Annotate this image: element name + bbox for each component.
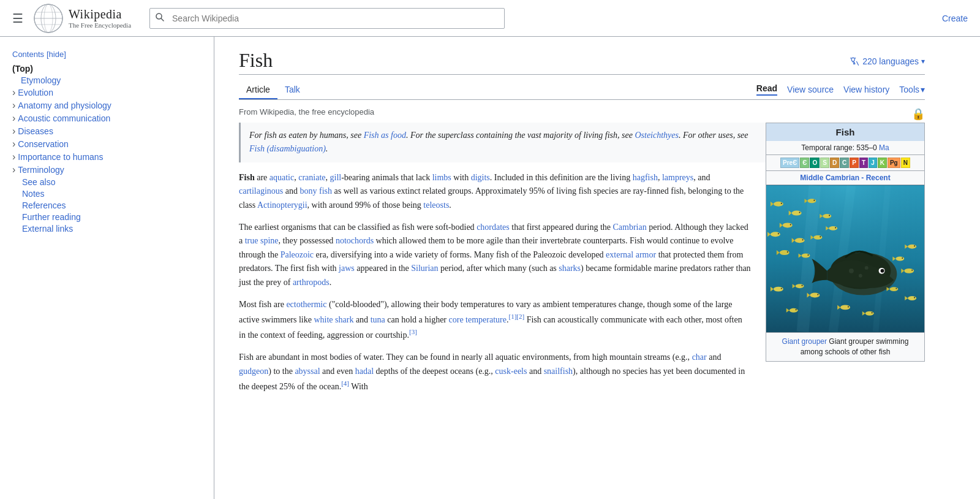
tab-talk[interactable]: Talk <box>277 80 307 99</box>
toc-item-references[interactable]: References <box>12 200 204 210</box>
svg-point-49 <box>780 250 790 255</box>
toc-item-external[interactable]: External links <box>12 224 204 234</box>
tools-dropdown[interactable]: Tools ▾ <box>899 85 925 94</box>
abyssal-link[interactable]: abyssal <box>295 367 320 376</box>
cambrian-link[interactable]: Cambrian <box>613 223 647 232</box>
svg-point-82 <box>840 305 850 310</box>
toc-item-anatomy[interactable]: Anatomy and physiology <box>12 100 204 111</box>
sharks-link[interactable]: sharks <box>559 264 581 273</box>
geo-period-PreЄ[interactable]: PreЄ <box>780 158 799 168</box>
geo-period-Pg[interactable]: Pg <box>888 158 900 168</box>
svg-point-78 <box>914 297 915 299</box>
snailfish-link[interactable]: snailfish <box>544 367 573 376</box>
grouper-link[interactable]: Giant grouper <box>782 337 827 346</box>
arthropods-link[interactable]: arthropods <box>293 278 330 287</box>
limbs-link[interactable]: limbs <box>432 173 451 182</box>
tab-viewsource[interactable]: View source <box>787 85 834 94</box>
jaws-link[interactable]: jaws <box>339 264 355 273</box>
fish-disambiguation-link[interactable]: Fish (disambiguation) <box>249 144 326 153</box>
toc-item-evolution[interactable]: Evolution <box>12 87 204 98</box>
char-link[interactable]: char <box>692 352 707 362</box>
ma-link[interactable]: Ma <box>879 143 889 152</box>
toc-item-conservation[interactable]: Conservation <box>12 139 204 150</box>
core-temperature-link[interactable]: core temperature <box>449 315 507 324</box>
digits-link[interactable]: digits <box>471 173 490 182</box>
svg-point-69 <box>802 285 803 286</box>
geo-period-P[interactable]: P <box>850 158 859 168</box>
geo-period-D[interactable]: D <box>830 158 839 168</box>
bony-fish-link[interactable]: bony fish <box>300 186 333 196</box>
svg-point-72 <box>817 294 818 295</box>
svg-point-57 <box>902 257 903 259</box>
toc-item-notes[interactable]: Notes <box>12 189 204 199</box>
true-spine-link[interactable]: true spine <box>245 236 279 245</box>
infobox-image <box>766 185 924 332</box>
toc-item-seealso[interactable]: See also <box>12 177 204 187</box>
translate-icon <box>849 56 860 67</box>
notochords-link[interactable]: notochords <box>336 236 374 245</box>
chordates-link[interactable]: chordates <box>477 223 510 232</box>
svg-point-34 <box>823 214 831 218</box>
ref-1[interactable]: [1] <box>508 313 516 320</box>
silurian-link[interactable]: Silurian <box>411 264 438 273</box>
geo-timeline: PreЄЄOSDCPTJKPgN <box>766 155 924 171</box>
ref-2[interactable]: [2] <box>516 313 524 320</box>
svg-point-61 <box>904 269 914 273</box>
paleozoic-link[interactable]: Paleozoic <box>281 250 314 259</box>
tab-read[interactable]: Read <box>756 83 777 96</box>
toc-item-acoustic[interactable]: Acoustic communication <box>12 113 204 124</box>
geo-period-J[interactable]: J <box>869 158 877 168</box>
aquatic-link[interactable]: aquatic <box>270 173 294 182</box>
geo-period-T[interactable]: T <box>859 158 868 168</box>
tuna-link[interactable]: tuna <box>371 315 385 324</box>
svg-point-22 <box>774 202 783 207</box>
create-account-link[interactable]: Create <box>942 13 968 23</box>
toc-item-terminology[interactable]: Terminology <box>12 164 204 175</box>
svg-point-33 <box>813 200 815 201</box>
geo-period-O[interactable]: O <box>810 158 820 168</box>
toc-hide-link[interactable]: [hide] <box>47 50 66 59</box>
white-shark-link[interactable]: white shark <box>314 315 353 324</box>
geo-period-N[interactable]: N <box>901 158 910 168</box>
lampreys-link[interactable]: lampreys <box>662 173 693 182</box>
tab-viewhistory[interactable]: View history <box>843 85 889 94</box>
ref-3[interactable]: [3] <box>409 328 417 335</box>
ref-4[interactable]: [4] <box>341 379 349 387</box>
svg-point-51 <box>787 251 788 253</box>
actinopterygii-link[interactable]: Actinopterygii <box>257 200 307 210</box>
geo-period-Є[interactable]: Є <box>800 158 809 168</box>
external-armor-link[interactable]: external armor <box>606 250 656 259</box>
cartilaginous-link[interactable]: cartilaginous <box>239 186 283 196</box>
toc-item-etymology[interactable]: Etymology <box>12 75 204 85</box>
geo-period-S[interactable]: S <box>820 158 829 168</box>
toc-item-importance[interactable]: Importance to humans <box>12 151 204 162</box>
cusk-eels-link[interactable]: cusk-eels <box>495 367 527 376</box>
svg-point-37 <box>771 232 780 237</box>
toc-title: Contents [hide] <box>12 49 204 59</box>
search-input[interactable] <box>149 8 505 29</box>
teleosts-link[interactable]: teleosts <box>423 200 449 210</box>
languages-link[interactable]: 220 languages ▾ <box>849 56 925 67</box>
article-content: Fish 220 languages ▾ Article Talk Read V… <box>214 37 949 427</box>
gudgeon-link[interactable]: gudgeon <box>239 367 268 376</box>
hagfish-link[interactable]: hagfish <box>633 173 658 182</box>
geo-period-C[interactable]: C <box>840 158 849 168</box>
svg-point-31 <box>807 199 816 203</box>
fish-as-food-link[interactable]: Fish as food <box>364 131 406 140</box>
svg-point-20 <box>859 274 862 278</box>
osteichthyes-link[interactable]: Osteichthyes <box>635 131 679 140</box>
ectothermic-link[interactable]: ectothermic <box>286 300 326 309</box>
svg-point-46 <box>829 226 837 230</box>
craniate-link[interactable]: craniate <box>298 173 325 182</box>
geo-period-K[interactable]: K <box>878 158 887 168</box>
svg-point-19 <box>849 269 854 273</box>
toc-item-further[interactable]: Further reading <box>12 212 204 222</box>
svg-point-27 <box>799 212 801 213</box>
wikipedia-logo[interactable]: Wikipedia The Free Encyclopedia <box>33 3 131 34</box>
tab-article[interactable]: Article <box>239 80 277 99</box>
toc-item-diseases[interactable]: Diseases <box>12 126 204 137</box>
toc-item-top[interactable]: (Top) <box>12 64 204 74</box>
hamburger-menu-button[interactable]: ☰ <box>12 11 23 26</box>
hadal-link[interactable]: hadal <box>355 367 374 376</box>
gill-link[interactable]: gill <box>330 173 342 182</box>
